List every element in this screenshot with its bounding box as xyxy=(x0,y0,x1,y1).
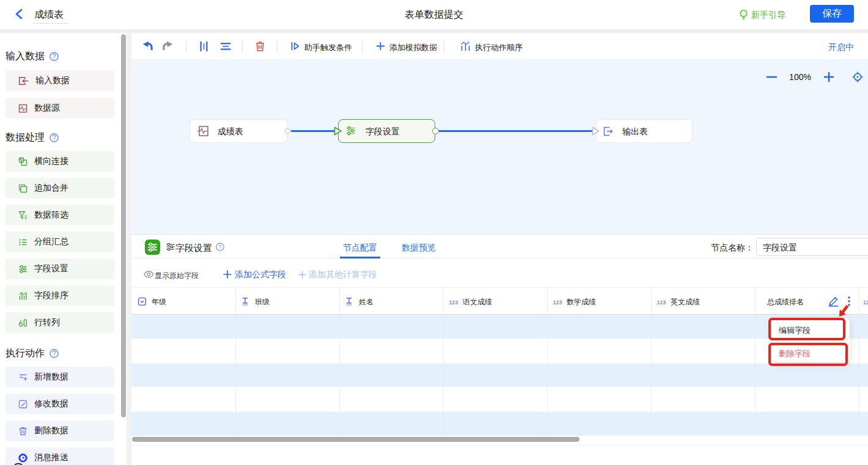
svg-text:?: ? xyxy=(53,350,56,357)
svg-text:?: ? xyxy=(218,243,221,250)
svg-text:?: ? xyxy=(53,53,56,60)
svg-text:?: ? xyxy=(53,134,56,141)
